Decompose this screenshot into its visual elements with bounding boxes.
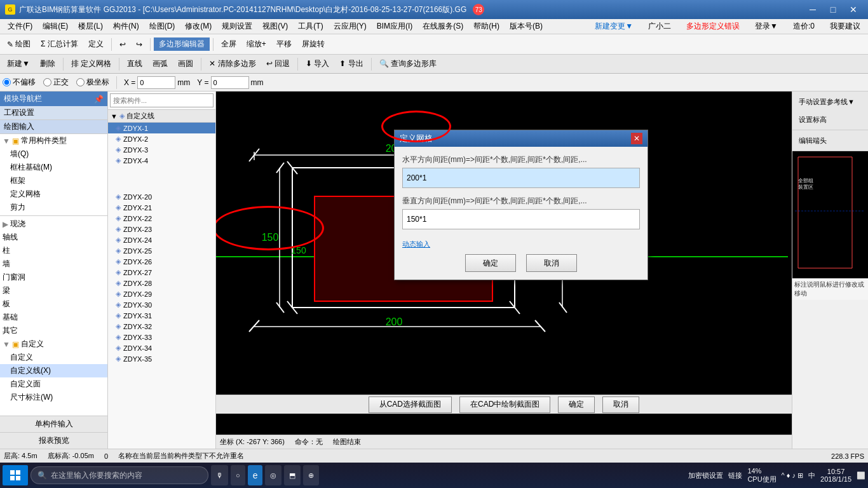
menu-feedback[interactable]: 我要建议 [825,20,865,33]
delete-button[interactable]: 删除 [36,56,60,72]
sidebar-item-shear[interactable]: 剪力 [0,201,107,214]
orthogonal-radio[interactable]: 正交 [43,77,69,88]
menu-edit[interactable]: 编辑(E) [37,20,73,33]
menu-price[interactable]: 造价:0 [788,20,820,33]
query-polygon-lib-button[interactable]: 🔍 查询多边形库 [375,56,441,72]
sidebar-item-custom1[interactable]: 自定义 [0,351,107,364]
close-button[interactable]: ✕ [844,3,863,17]
menu-tools[interactable]: 工具(T) [293,20,328,33]
sidebar-item-axis[interactable]: 轴线 [0,231,107,244]
menu-component[interactable]: 构件(N) [108,20,144,33]
element-tree-root[interactable]: ▼ ◈ 自定义线 [108,110,215,123]
menu-cloud[interactable]: 云应用(Y) [329,20,372,33]
edit-end-btn[interactable]: 编辑端头 [794,132,831,149]
set-elevation-btn[interactable]: 设置标高 [794,111,831,128]
zoom-in-button[interactable]: 缩放+ [242,36,271,53]
select-from-cad-btn[interactable]: 从CAD选择截面图 [369,396,452,413]
taskbar-app4-btn[interactable]: ⊕ [303,465,319,485]
zdyx-item-30[interactable]: ◈ ZDYX-30 [108,299,215,310]
sidebar-item-grid[interactable]: 定义网格 [0,187,107,201]
sidebar-item-column[interactable]: 柱 [0,244,107,257]
pan-button[interactable]: 平移 [272,36,296,53]
zdyx-item-22[interactable]: ◈ ZDYX-22 [108,213,215,224]
dialog-close-btn[interactable]: ✕ [631,133,642,144]
zdyx-item-4[interactable]: ◈ ZDYX-4 [108,155,215,166]
cad-cancel-btn[interactable]: 取消 [602,396,639,413]
arc-button[interactable]: 画弧 [148,56,172,72]
undo-polygon-button[interactable]: ↩ 回退 [262,56,294,72]
redo-button[interactable]: ↪ [132,36,147,53]
sum-button[interactable]: Σ 汇总计算 [36,36,83,53]
sidebar-item-cast[interactable]: ▶ 现浇 [0,217,107,231]
taskbar-ie-btn[interactable]: e [248,465,263,485]
h-input[interactable] [402,168,640,188]
taskbar-search[interactable]: 🔍 在这里输入你要搜索的内容 [31,466,208,484]
menu-login[interactable]: 登录▼ [750,20,783,33]
sidebar-item-frame[interactable]: 框架 [0,174,107,187]
polygon-editor-label[interactable]: 多边形编辑器 [154,37,210,51]
polar-coord-radio[interactable]: 极坐标 [76,77,109,88]
sidebar-item-slab[interactable]: 板 [0,297,107,311]
sidebar-pin[interactable]: 📌 [94,95,104,104]
y-input[interactable] [211,76,249,89]
zdyx-item-24[interactable]: ◈ ZDYX-24 [108,234,215,245]
cad-canvas[interactable]: 200 200 150 150 150 [216,92,792,449]
rotate-screen-button[interactable]: 屏旋转 [297,36,329,53]
menu-view[interactable]: 视图(V) [257,20,293,33]
define-button[interactable]: 定义 [84,36,108,53]
zdyx-item-27[interactable]: ◈ ZDYX-27 [108,267,215,278]
v-input[interactable] [402,209,640,229]
zdyx-item-20[interactable]: ◈ ZDYX-20 [108,191,215,202]
dialog-confirm-btn[interactable]: 确定 [465,254,516,272]
no-move-radio[interactable]: 不偏移 [3,77,36,88]
zdyx-item-33[interactable]: ◈ ZDYX-33 [108,332,215,342]
import-button[interactable]: ⬇ 导入 [301,56,334,72]
sidebar-item-foundation[interactable]: 框柱基础(M) [0,161,107,174]
menu-modify[interactable]: 修改(M) [180,20,217,33]
zdyx-item-21[interactable]: ◈ ZDYX-21 [108,202,215,213]
menu-help[interactable]: 帮助(H) [468,20,505,33]
x-input[interactable] [137,76,175,89]
menu-online[interactable]: 在线服务(S) [417,20,468,33]
single-component-btn[interactable]: 单构件输入 [0,416,107,432]
zdyx-item-31[interactable]: ◈ ZDYX-31 [108,310,215,321]
zdyx-item-3[interactable]: ◈ ZDYX-3 [108,144,215,155]
sidebar-item-window[interactable]: 门窗洞 [0,271,107,284]
sidebar-item-dimension[interactable]: 尺寸标注(W) [0,391,107,404]
menu-floor[interactable]: 楼层(L) [73,20,108,33]
taskbar-app2-btn[interactable]: ◎ [265,465,281,485]
menu-file[interactable]: 文件(F) [3,20,37,33]
zdyx-item-28[interactable]: ◈ ZDYX-28 [108,278,215,288]
zdyx-item-23[interactable]: ◈ ZDYX-23 [108,224,215,234]
zdyx-item-29[interactable]: ◈ ZDYX-29 [108,288,215,299]
draw-button[interactable]: ✎ 绘图 [3,36,35,53]
sidebar-item-custom-line[interactable]: 自定义线(X) [0,364,107,377]
menu-new-change[interactable]: 新建变更▼ [590,20,638,33]
taskbar-mic-btn[interactable]: 🎙 [211,465,228,485]
zdyx-item-32[interactable]: ◈ ZDYX-32 [108,321,215,332]
zdyx-item-25[interactable]: ◈ ZDYX-25 [108,245,215,256]
menu-bim[interactable]: BIM应用(I) [372,20,418,33]
export-button[interactable]: ⬆ 导出 [335,56,367,72]
sidebar-item-custom-face[interactable]: 自定义面 [0,377,107,391]
sidebar-item-custom-group[interactable]: ▼ ▣ 自定义 [0,337,107,351]
zdyx-item-26[interactable]: ◈ ZDYX-26 [108,256,215,267]
new-button[interactable]: 新建▼ [3,56,34,72]
minimize-button[interactable]: ─ [803,3,822,17]
sidebar-section-draw[interactable]: 绘图输入 [0,120,107,134]
menu-draw[interactable]: 绘图(D) [144,20,180,33]
maximize-button[interactable]: □ [824,3,843,17]
taskbar-app3-btn[interactable]: ⬒ [284,465,301,485]
set-ref-line-btn[interactable]: 手动设置参考线▼ [794,93,859,110]
report-preview-btn[interactable]: 报表预览 [0,432,107,449]
sidebar-section-settings[interactable]: 工程设置 [0,106,107,120]
menu-rules[interactable]: 规则设置 [217,20,257,33]
dialog-title-bar[interactable]: 定义网格 ✕ [395,130,648,147]
zdyx-item-35[interactable]: ◈ ZDYX-35 [108,353,215,364]
fullscreen-button[interactable]: 全屏 [217,36,241,53]
menu-gx2[interactable]: 广小二 [643,20,676,33]
dialog-cancel-btn[interactable]: 取消 [526,254,577,272]
menu-polygon-error[interactable]: 多边形定义错误 [681,20,745,33]
define-grid-button[interactable]: 排 定义网格 [67,56,116,72]
draw-in-cad-btn[interactable]: 在CAD中绘制截面图 [459,396,550,413]
